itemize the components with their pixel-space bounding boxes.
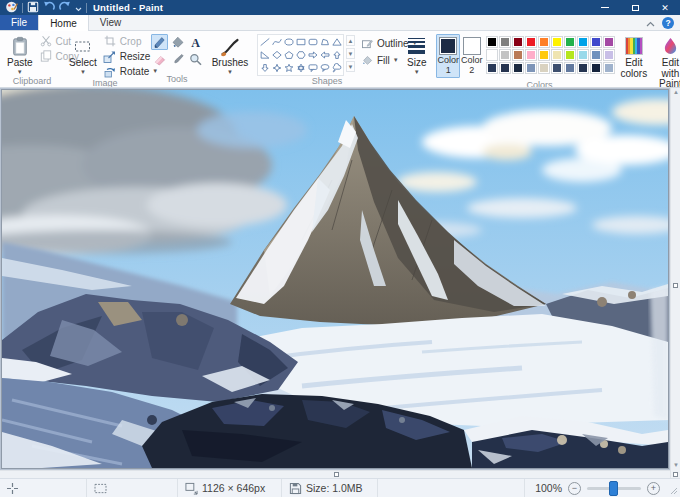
shape-ellipse[interactable] bbox=[283, 36, 294, 48]
zoom-slider[interactable] bbox=[587, 487, 641, 490]
shapes-more-icon[interactable]: ▼ bbox=[346, 61, 355, 72]
maximize-button[interactable] bbox=[620, 0, 650, 15]
canvas-painting[interactable] bbox=[2, 90, 668, 468]
palette-swatch-11[interactable] bbox=[486, 49, 498, 61]
palette-swatch-20[interactable] bbox=[603, 49, 615, 61]
color1-label: Color 1 bbox=[437, 56, 459, 76]
palette-swatch-17[interactable] bbox=[564, 49, 576, 61]
tool-pencil[interactable] bbox=[151, 34, 168, 50]
palette-swatch-23[interactable] bbox=[512, 62, 524, 74]
paste-button[interactable]: Paste ▼ bbox=[5, 34, 35, 76]
redo-icon[interactable] bbox=[59, 1, 71, 14]
palette-swatch-22[interactable] bbox=[499, 62, 511, 74]
help-icon[interactable]: ? bbox=[662, 17, 674, 29]
tab-file[interactable]: File bbox=[0, 15, 38, 30]
shape-pentagon[interactable] bbox=[283, 49, 294, 61]
shape-arrow-up[interactable] bbox=[331, 49, 342, 61]
palette-swatch-14[interactable] bbox=[525, 49, 537, 61]
palette-swatch-9[interactable] bbox=[590, 36, 602, 48]
brushes-button[interactable]: Brushes ▼ bbox=[210, 34, 251, 76]
palette-swatch-1[interactable] bbox=[486, 36, 498, 48]
palette-swatch-2[interactable] bbox=[499, 36, 511, 48]
palette-swatch-24[interactable] bbox=[525, 62, 537, 74]
shape-curve[interactable] bbox=[271, 36, 282, 48]
shape-hexagon[interactable] bbox=[295, 49, 306, 61]
edit-with-paint3d-button[interactable]: Edit with Paint 3D bbox=[650, 34, 680, 88]
tool-fill[interactable] bbox=[169, 34, 186, 50]
shape-rectangle[interactable] bbox=[295, 36, 306, 48]
shape-callout-cloud[interactable] bbox=[331, 62, 342, 74]
shape-star-5[interactable] bbox=[283, 62, 294, 74]
palette-swatch-30[interactable] bbox=[603, 62, 615, 74]
shape-callout-rounded[interactable] bbox=[307, 62, 318, 74]
shapes-group-label: Shapes bbox=[253, 76, 401, 88]
zoom-slider-thumb[interactable] bbox=[609, 481, 618, 496]
shape-line[interactable] bbox=[259, 36, 270, 48]
palette-swatch-28[interactable] bbox=[577, 62, 589, 74]
select-button[interactable]: Select ▼ bbox=[67, 34, 99, 76]
palette-swatch-21[interactable] bbox=[486, 62, 498, 74]
undo-icon[interactable] bbox=[43, 1, 55, 14]
palette-swatch-16[interactable] bbox=[551, 49, 563, 61]
shape-star-4[interactable] bbox=[271, 62, 282, 74]
selection-size-icon bbox=[94, 483, 107, 494]
palette-swatch-15[interactable] bbox=[538, 49, 550, 61]
canvas-resize-handle-corner[interactable] bbox=[673, 472, 678, 477]
tool-text[interactable]: A bbox=[187, 34, 204, 50]
palette-swatch-29[interactable] bbox=[590, 62, 602, 74]
brush-icon bbox=[219, 35, 241, 58]
palette-swatch-27[interactable] bbox=[564, 62, 576, 74]
palette-swatch-12[interactable] bbox=[499, 49, 511, 61]
canvas-resize-handle-bottom[interactable] bbox=[334, 472, 339, 477]
palette-swatch-7[interactable] bbox=[564, 36, 576, 48]
tool-eraser[interactable] bbox=[151, 51, 168, 67]
palette-swatch-6[interactable] bbox=[551, 36, 563, 48]
shape-arrow-left[interactable] bbox=[319, 49, 330, 61]
shapes-scroll-down-icon[interactable]: ▼ bbox=[346, 48, 355, 59]
close-button[interactable]: ✕ bbox=[650, 0, 680, 15]
scroll-up-icon[interactable]: ▲ bbox=[673, 89, 679, 95]
palette-swatch-18[interactable] bbox=[577, 49, 589, 61]
resize-grip[interactable] bbox=[668, 479, 680, 497]
zoom-in-button[interactable]: + bbox=[647, 482, 660, 495]
tool-magnifier[interactable] bbox=[187, 51, 204, 67]
palette-swatch-3[interactable] bbox=[512, 36, 524, 48]
shape-right-triangle[interactable] bbox=[259, 49, 270, 61]
palette-swatch-19[interactable] bbox=[590, 49, 602, 61]
callout-oval-icon bbox=[320, 63, 330, 73]
palette-swatch-5[interactable] bbox=[538, 36, 550, 48]
shape-star-6[interactable] bbox=[295, 62, 306, 74]
palette-swatch-4[interactable] bbox=[525, 36, 537, 48]
shape-triangle[interactable] bbox=[331, 36, 342, 48]
group-paint3d: Edit with Paint 3D bbox=[646, 31, 680, 87]
tool-color-picker[interactable] bbox=[169, 51, 186, 67]
right-triangle-icon bbox=[260, 50, 270, 60]
palette-swatch-10[interactable] bbox=[603, 36, 615, 48]
collapse-ribbon-icon[interactable] bbox=[646, 17, 655, 29]
callout-rounded-icon bbox=[308, 63, 318, 73]
color1-button[interactable]: Color 1 bbox=[436, 34, 460, 78]
tab-home[interactable]: Home bbox=[38, 15, 89, 31]
tab-view[interactable]: View bbox=[89, 15, 133, 30]
shapes-scroll-up-icon[interactable]: ▲ bbox=[346, 35, 355, 46]
palette-swatch-13[interactable] bbox=[512, 49, 524, 61]
palette-swatch-26[interactable] bbox=[551, 62, 563, 74]
crop-icon bbox=[103, 35, 117, 47]
save-icon[interactable] bbox=[27, 1, 39, 15]
shape-rounded-rectangle[interactable] bbox=[307, 36, 318, 48]
shape-arrow-right[interactable] bbox=[307, 49, 318, 61]
size-button[interactable]: Size ▼ bbox=[405, 34, 428, 76]
edit-colors-button[interactable]: Edit colors bbox=[618, 34, 649, 80]
shape-diamond[interactable] bbox=[271, 49, 282, 61]
minimize-button[interactable] bbox=[590, 0, 620, 15]
color2-button[interactable]: Color 2 bbox=[460, 34, 484, 78]
scroll-down-icon[interactable]: ▼ bbox=[673, 462, 679, 468]
canvas-resize-handle-right[interactable] bbox=[673, 283, 678, 288]
palette-swatch-8[interactable] bbox=[577, 36, 589, 48]
shape-arrow-down[interactable] bbox=[259, 62, 270, 74]
palette-swatch-25[interactable] bbox=[538, 62, 550, 74]
customize-quick-access-icon[interactable] bbox=[75, 2, 82, 14]
shape-polygon[interactable] bbox=[319, 36, 330, 48]
shape-callout-oval[interactable] bbox=[319, 62, 330, 74]
zoom-out-button[interactable]: − bbox=[568, 482, 581, 495]
